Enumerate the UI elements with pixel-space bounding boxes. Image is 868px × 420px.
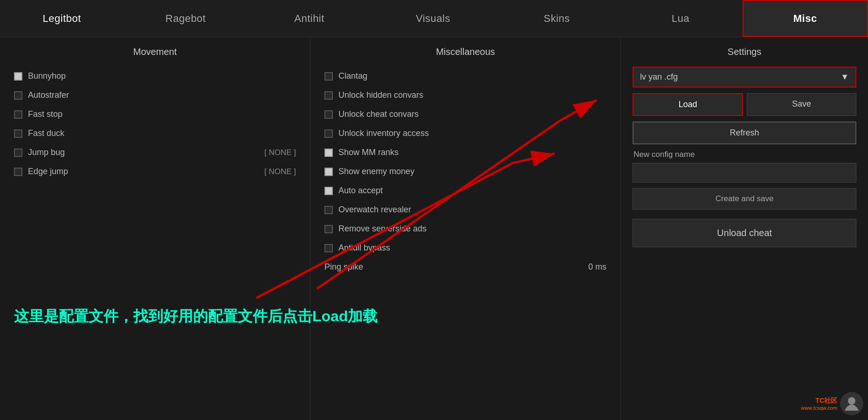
label-auto-accept: Auto accept xyxy=(338,186,383,196)
checkbox-bunnyhop[interactable] xyxy=(14,72,22,81)
label-unlock-hidden: Unlock hidden convars xyxy=(338,90,423,100)
nav-misc[interactable]: Misc xyxy=(743,0,868,37)
nav-visuals[interactable]: Visuals xyxy=(371,0,495,37)
nav-lua[interactable]: Lua xyxy=(619,0,742,37)
label-fast-duck: Fast duck xyxy=(28,129,64,138)
checkbox-clantag[interactable] xyxy=(324,72,333,81)
label-enemy-money: Show enemy money xyxy=(338,167,414,176)
checkbox-remove-ads[interactable] xyxy=(324,225,333,233)
checkbox-fast-duck[interactable] xyxy=(14,129,22,138)
watermark-icon xyxy=(840,392,863,415)
create-save-button[interactable]: Create and save xyxy=(633,188,856,210)
label-clantag: Clantag xyxy=(338,71,367,81)
watermark-tc-label: TC社区 xyxy=(801,397,837,405)
checkbox-autostrafer[interactable] xyxy=(14,91,22,100)
label-unlock-cheat: Unlock cheat convars xyxy=(338,109,419,119)
settings-panel: Settings lv yan .cfg ▼ Load Save Refresh… xyxy=(621,37,868,420)
checkbox-antidll[interactable] xyxy=(324,244,333,252)
label-unlock-inventory: Unlock inventory access xyxy=(338,129,429,138)
option-auto-accept: Auto accept xyxy=(324,181,606,200)
label-fast-stop: Fast stop xyxy=(28,109,62,119)
option-autostrafer: Autostrafer xyxy=(14,86,296,105)
option-unlock-inventory: Unlock inventory access xyxy=(324,124,606,143)
option-bunnyhop: Bunnyhop xyxy=(14,67,296,86)
keybind-edge-jump[interactable]: [ NONE ] xyxy=(264,167,296,176)
label-bunnyhop: Bunnyhop xyxy=(28,71,66,81)
option-enemy-money: Show enemy money xyxy=(324,162,606,181)
label-show-mm: Show MM ranks xyxy=(338,148,399,157)
movement-title: Movement xyxy=(14,47,296,57)
misc-title: Miscellaneous xyxy=(324,47,606,57)
save-button[interactable]: Save xyxy=(747,93,856,116)
main-content: Movement Bunnyhop Autostrafer Fast stop … xyxy=(0,37,868,420)
checkbox-enemy-money[interactable] xyxy=(324,168,333,176)
config-value: lv yan .cfg xyxy=(640,72,678,82)
nav-ragebot[interactable]: Ragebot xyxy=(124,0,247,37)
top-navigation: Legitbot Ragebot Antihit Visuals Skins L… xyxy=(0,0,868,37)
dropdown-arrow-icon: ▼ xyxy=(840,72,849,82)
checkbox-unlock-inventory[interactable] xyxy=(324,129,333,138)
nav-skins[interactable]: Skins xyxy=(495,0,619,37)
option-fast-stop: Fast stop xyxy=(14,105,296,124)
option-fast-duck: Fast duck xyxy=(14,124,296,143)
checkbox-jump-bug[interactable] xyxy=(14,149,22,157)
label-jump-bug: Jump bug xyxy=(28,148,65,157)
watermark-url: www.tcsqw.com xyxy=(801,405,837,411)
settings-title: Settings xyxy=(633,47,856,57)
option-clantag: Clantag xyxy=(324,67,606,86)
ping-spike-value: 0 ms xyxy=(588,262,606,272)
checkbox-edge-jump[interactable] xyxy=(14,168,22,176)
option-overwatch: Overwatch revealer xyxy=(324,200,606,219)
checkbox-show-mm[interactable] xyxy=(324,149,333,157)
option-antidll: Antidll bypass xyxy=(324,238,606,257)
load-button[interactable]: Load xyxy=(633,93,743,116)
misc-panel: Miscellaneous Clantag Unlock hidden conv… xyxy=(310,37,621,420)
config-dropdown[interactable]: lv yan .cfg ▼ xyxy=(633,67,856,88)
checkbox-fast-stop[interactable] xyxy=(14,110,22,119)
option-edge-jump: Edge jump [ NONE ] xyxy=(14,162,296,181)
nav-legitbot[interactable]: Legitbot xyxy=(0,0,124,37)
label-overwatch: Overwatch revealer xyxy=(338,205,411,215)
checkbox-overwatch[interactable] xyxy=(324,206,333,214)
movement-panel: Movement Bunnyhop Autostrafer Fast stop … xyxy=(0,37,310,420)
option-unlock-hidden: Unlock hidden convars xyxy=(324,86,606,105)
label-autostrafer: Autostrafer xyxy=(28,90,69,100)
label-remove-ads: Remove serverside ads xyxy=(338,224,427,234)
checkbox-unlock-hidden[interactable] xyxy=(324,91,333,100)
ping-spike-row: Ping spike 0 ms xyxy=(324,257,606,277)
ping-spike-label: Ping spike xyxy=(324,262,363,272)
checkbox-auto-accept[interactable] xyxy=(324,187,333,195)
label-antidll: Antidll bypass xyxy=(338,243,390,253)
option-remove-ads: Remove serverside ads xyxy=(324,219,606,238)
watermark: TC社区 www.tcsqw.com xyxy=(801,392,863,415)
new-config-label: New config name xyxy=(633,150,856,159)
unload-cheat-button[interactable]: Unload cheat xyxy=(633,219,856,247)
option-unlock-cheat: Unlock cheat convars xyxy=(324,105,606,124)
nav-antihit[interactable]: Antihit xyxy=(248,0,371,37)
option-show-mm: Show MM ranks xyxy=(324,143,606,162)
svg-point-1 xyxy=(848,397,855,405)
checkbox-unlock-cheat[interactable] xyxy=(324,110,333,119)
refresh-button[interactable]: Refresh xyxy=(633,122,856,144)
label-edge-jump: Edge jump xyxy=(28,167,68,176)
config-name-input[interactable] xyxy=(633,163,856,183)
option-jump-bug: Jump bug [ NONE ] xyxy=(14,143,296,162)
keybind-jump-bug[interactable]: [ NONE ] xyxy=(264,148,296,157)
load-save-row: Load Save xyxy=(633,93,856,116)
